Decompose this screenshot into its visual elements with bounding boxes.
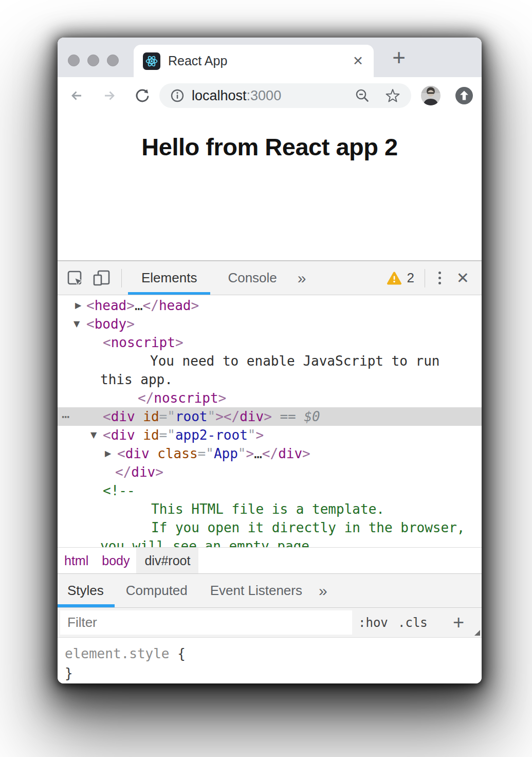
dom-tree-row[interactable]: ⋯<div id="root"></div> == $0	[58, 407, 482, 426]
style-rules-pane: element.style { }	[58, 638, 482, 683]
dom-tree-row[interactable]: This HTML file is a template.	[58, 500, 482, 518]
browser-window: React App ✕ +	[58, 38, 482, 683]
dom-tree-row[interactable]: ▶<head>…</head>	[58, 296, 482, 315]
browser-tab[interactable]: React App ✕	[134, 45, 374, 77]
dom-tree-row[interactable]: this app.	[58, 370, 482, 389]
tab-close-icon[interactable]: ✕	[353, 53, 363, 68]
dom-tree-row[interactable]: <!--	[58, 481, 482, 500]
breadcrumb: htmlbodydiv#root	[58, 547, 482, 573]
sidebar-tab-computed[interactable]: Computed	[115, 574, 199, 607]
address-bar[interactable]: localhost:3000	[159, 83, 411, 108]
toggle-class-button[interactable]: .cls	[398, 616, 428, 630]
dom-tree-row[interactable]: ▼<div id="app2-root">	[58, 426, 482, 444]
close-brace: }	[65, 663, 482, 683]
upload-icon[interactable]	[455, 87, 473, 104]
tab-strip: React App ✕ +	[58, 38, 482, 77]
new-tab-button[interactable]: +	[383, 38, 414, 77]
dom-tree-row[interactable]: </noscript>	[58, 389, 482, 407]
dom-tree-row[interactable]: ▼<body>	[58, 315, 482, 333]
more-panels-icon[interactable]: »	[298, 269, 306, 287]
more-sidebar-tabs-icon[interactable]: »	[319, 582, 327, 600]
console-warnings-badge[interactable]: 2	[387, 270, 414, 286]
expand-arrow-icon[interactable]: ▶	[75, 296, 81, 315]
dom-tree-row[interactable]: You need to enable JavaScript to run	[58, 352, 482, 370]
styles-sidebar-tabs: StylesComputedEvent Listeners»	[58, 573, 482, 608]
warning-count: 2	[407, 270, 414, 286]
minimize-window-button[interactable]	[87, 55, 99, 66]
dom-tree-row[interactable]: </div>	[58, 463, 482, 481]
devtools-close-icon[interactable]: ✕	[456, 271, 469, 286]
navigation-toolbar: localhost:3000	[58, 77, 482, 114]
sidebar-tab-event-listeners[interactable]: Event Listeners	[199, 574, 314, 607]
open-brace: {	[177, 646, 186, 661]
url-port: :3000	[247, 88, 282, 103]
bookmark-star-icon[interactable]	[384, 87, 401, 104]
breadcrumb-item-body[interactable]: body	[95, 548, 136, 573]
dom-tree-row[interactable]: you will see an empty page.	[58, 537, 482, 547]
corner-resize-triangle	[474, 630, 480, 636]
dom-tree-row[interactable]: If you open it directly in the browser,	[58, 518, 482, 537]
devtools-toolbar: ElementsConsole » 2 ✕	[58, 261, 482, 295]
styles-filter-row: :hov .cls +	[58, 608, 482, 638]
node-menu-icon[interactable]: ⋯	[62, 407, 70, 426]
new-style-rule-button[interactable]: +	[444, 611, 473, 634]
breadcrumb-item-html[interactable]: html	[58, 548, 95, 573]
zoom-window-button[interactable]	[107, 55, 119, 66]
dom-tree-row[interactable]: ▶<div class="App">…</div>	[58, 444, 482, 463]
dom-tree-row[interactable]: <noscript>	[58, 333, 482, 352]
traffic-lights	[68, 55, 119, 66]
style-rule[interactable]: element.style {	[65, 644, 482, 663]
screenshot-stage: React App ✕ +	[0, 0, 532, 757]
collapse-arrow-icon[interactable]: ▼	[74, 315, 80, 333]
devtools-panel: ElementsConsole » 2 ✕ ▶<head>…</head>▼<b…	[58, 260, 482, 683]
inspect-element-icon[interactable]	[66, 269, 84, 287]
site-info-icon[interactable]	[170, 88, 185, 103]
dom-tree: ▶<head>…</head>▼<body><noscript>You need…	[58, 295, 482, 547]
reload-icon[interactable]	[134, 87, 151, 104]
profile-avatar[interactable]	[421, 86, 441, 105]
rule-selector: element.style	[65, 646, 170, 661]
warning-icon	[387, 271, 402, 285]
url-text[interactable]: localhost:3000	[192, 88, 281, 104]
tab-title: React App	[168, 53, 227, 68]
react-favicon-icon	[143, 52, 160, 70]
toggle-element-state-button[interactable]: :hov	[358, 616, 388, 630]
page-heading: Hello from React app 2	[58, 133, 482, 161]
devtools-menu-icon[interactable]	[438, 272, 441, 284]
url-host: localhost	[192, 88, 247, 103]
devtools-tab-elements[interactable]: Elements	[126, 261, 212, 295]
forward-icon[interactable]	[101, 87, 118, 104]
breadcrumb-item-div-root[interactable]: div#root	[136, 548, 198, 573]
zoom-out-icon[interactable]	[354, 87, 371, 104]
expand-arrow-icon[interactable]: ▶	[105, 444, 111, 463]
sidebar-tab-styles[interactable]: Styles	[58, 574, 115, 607]
back-icon[interactable]	[68, 87, 85, 104]
styles-filter-input[interactable]	[60, 610, 352, 635]
devtools-tab-console[interactable]: Console	[212, 261, 292, 295]
toolbar-divider	[121, 269, 122, 287]
device-toolbar-icon[interactable]	[93, 269, 111, 287]
close-window-button[interactable]	[68, 55, 80, 66]
page-viewport: Hello from React app 2	[58, 114, 482, 260]
toolbar-divider	[425, 269, 425, 287]
collapse-arrow-icon[interactable]: ▼	[90, 426, 97, 444]
